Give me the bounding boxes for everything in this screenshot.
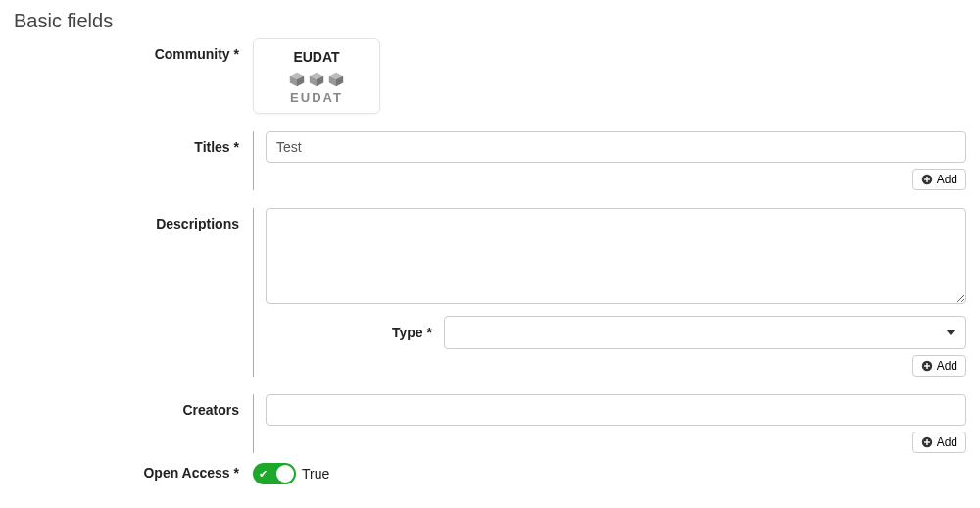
titles-input[interactable] <box>266 131 966 163</box>
row-titles: Titles * Add <box>14 131 966 190</box>
type-select[interactable] <box>444 316 966 349</box>
label-community: Community * <box>14 38 253 62</box>
creators-input[interactable] <box>266 394 966 426</box>
community-name: EUDAT <box>262 49 371 65</box>
row-creators: Creators Add <box>14 394 966 453</box>
descriptions-textarea[interactable] <box>266 208 966 304</box>
svg-rect-11 <box>924 178 930 179</box>
label-descriptions: Descriptions <box>14 208 253 231</box>
svg-rect-14 <box>924 365 930 366</box>
plus-circle-icon <box>921 436 933 448</box>
divider <box>253 394 254 453</box>
row-community: Community * EUDAT EUDAT <box>14 38 966 114</box>
toggle-knob <box>276 465 294 483</box>
section-title: Basic fields <box>14 10 966 32</box>
svg-rect-17 <box>924 441 930 442</box>
caret-down-icon <box>946 330 956 335</box>
label-creators: Creators <box>14 394 253 418</box>
open-access-state-label: True <box>302 466 329 482</box>
check-icon: ✔ <box>259 469 268 480</box>
add-creator-button[interactable]: Add <box>912 432 966 453</box>
row-descriptions: Descriptions Type * Add <box>14 208 966 377</box>
add-description-label: Add <box>937 359 957 373</box>
plus-circle-icon <box>921 360 933 372</box>
divider <box>253 208 254 377</box>
plus-circle-icon <box>921 174 933 185</box>
community-logo-text: EUDAT <box>262 90 371 105</box>
eudat-cubes-icon <box>262 71 371 88</box>
add-creator-label: Add <box>937 435 957 449</box>
add-title-label: Add <box>937 173 957 186</box>
add-description-button[interactable]: Add <box>912 355 966 377</box>
label-type: Type * <box>266 325 432 340</box>
row-open-access: Open Access * ✔ True <box>14 463 966 484</box>
community-card[interactable]: EUDAT EUDAT <box>253 38 380 114</box>
divider <box>253 131 254 190</box>
label-open-access: Open Access * <box>14 463 253 481</box>
open-access-toggle[interactable]: ✔ <box>253 463 296 484</box>
add-title-button[interactable]: Add <box>912 169 966 190</box>
label-titles: Titles * <box>14 131 253 155</box>
